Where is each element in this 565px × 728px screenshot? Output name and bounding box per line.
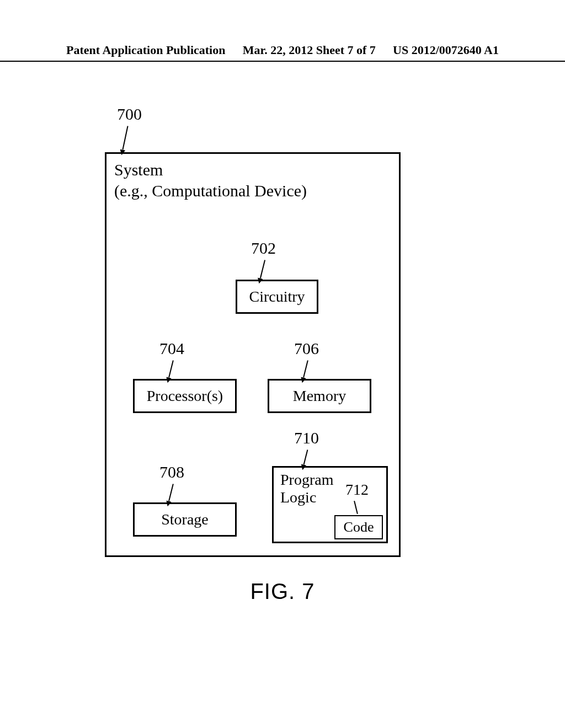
processors-label: Processor(s)	[147, 387, 223, 405]
code-block: Code	[334, 515, 383, 539]
system-title-line2: (e.g., Computational Device)	[114, 181, 307, 200]
ref-700: 700	[117, 105, 142, 124]
memory-label: Memory	[293, 387, 346, 405]
circuitry-label: Circuitry	[249, 288, 305, 306]
system-title-line1: System	[114, 160, 163, 179]
header-left: Patent Application Publication	[66, 43, 225, 57]
storage-block: Storage	[133, 502, 237, 537]
system-box: System (e.g., Computational Device) 702 …	[105, 152, 401, 557]
ref-704: 704	[159, 339, 184, 358]
storage-label: Storage	[161, 511, 209, 528]
ref-712: 712	[345, 481, 369, 499]
leader-702	[260, 260, 265, 278]
memory-block: Memory	[268, 379, 371, 413]
program-logic-title: Program Logic	[280, 471, 333, 506]
processors-block: Processor(s)	[133, 379, 237, 413]
code-label: Code	[344, 519, 374, 536]
ref-706: 706	[294, 339, 319, 358]
program-logic-line1: Program	[280, 471, 333, 488]
program-logic-line2: Logic	[280, 489, 316, 506]
leader-704	[168, 360, 174, 378]
leader-700	[122, 126, 128, 149]
leader-708	[168, 484, 174, 501]
page-root: Patent Application Publication Mar. 22, …	[0, 0, 565, 728]
header-center: Mar. 22, 2012 Sheet 7 of 7	[243, 43, 376, 57]
circuitry-block: Circuitry	[236, 280, 318, 314]
page-header: Patent Application Publication Mar. 22, …	[0, 43, 565, 62]
ref-710: 710	[294, 429, 319, 447]
leader-710	[303, 449, 308, 465]
header-right: US 2012/0072640 A1	[393, 43, 499, 57]
figure-caption: FIG. 7	[0, 579, 565, 604]
system-title: System (e.g., Computational Device)	[114, 159, 307, 201]
program-logic-block: Program Logic 712 Code	[272, 466, 388, 543]
leader-706	[303, 360, 308, 378]
leader-712	[354, 501, 358, 514]
ref-702: 702	[251, 239, 276, 258]
figure-7: 700 System (e.g., Computational Device) …	[105, 121, 401, 557]
ref-708: 708	[159, 463, 184, 481]
